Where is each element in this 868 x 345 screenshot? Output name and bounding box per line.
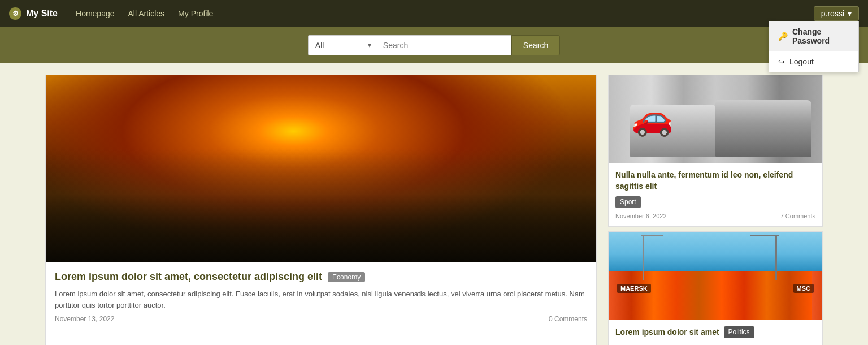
featured-date: November 13, 2022: [55, 315, 114, 323]
sidebar-card-1: Nulla nulla ante, fermentum id leo non, …: [608, 75, 823, 227]
username-label: p.rossi: [821, 9, 844, 18]
key-icon: 🔑: [778, 32, 788, 41]
sidebar-articles: Nulla nulla ante, fermentum id leo non, …: [608, 75, 823, 345]
featured-article: Lorem ipsum dolor sit amet, consectetur …: [45, 75, 597, 345]
category-select[interactable]: All Economy Sport Politics: [308, 35, 376, 55]
user-dropdown-button[interactable]: p.rossi ▾: [814, 6, 859, 21]
cars-image: [609, 75, 822, 163]
navbar: ⚙ My Site Homepage All Articles My Profi…: [0, 0, 868, 27]
search-category-wrap: All Economy Sport Politics: [308, 35, 376, 55]
sidebar-title-2: Lorem ipsum dolor sit amet Politics: [615, 326, 815, 338]
sidebar-body-2: Lorem ipsum dolor sit amet Politics: [609, 320, 822, 345]
brand-name: My Site: [26, 8, 58, 19]
featured-comments: 0 Comments: [549, 315, 587, 323]
main-content: Lorem ipsum dolor sit amet, consectetur …: [0, 63, 868, 345]
featured-tag: Economy: [328, 272, 365, 282]
featured-body: Lorem ipsum dolor sit amet, consectetur …: [46, 262, 596, 332]
logout-item[interactable]: ↪ Logout: [769, 51, 858, 72]
search-button[interactable]: Search: [511, 35, 560, 55]
nav-all-articles[interactable]: All Articles: [128, 9, 165, 18]
featured-image-inner: [46, 75, 596, 262]
user-dropdown-menu: 🔑 Change Password ↪ Logout: [769, 21, 859, 72]
sidebar-title-text-2: Lorem ipsum dolor sit amet: [615, 327, 719, 338]
sidebar-title-1: Nulla nulla ante, fermentum id leo non, …: [615, 170, 815, 208]
brand[interactable]: ⚙ My Site: [9, 7, 58, 20]
sidebar-tag-1: Sport: [615, 196, 641, 208]
logout-label: Logout: [789, 57, 814, 66]
featured-title-text: Lorem ipsum dolor sit amet, consectetur …: [55, 271, 322, 283]
sidebar-meta-1: November 6, 2022 7 Comments: [615, 213, 815, 219]
search-input[interactable]: [376, 35, 511, 55]
dropdown-arrow-icon: ▾: [848, 9, 852, 18]
sidebar-body-1: Nulla nulla ante, fermentum id leo non, …: [609, 163, 822, 226]
featured-title: Lorem ipsum dolor sit amet, consectetur …: [55, 271, 587, 283]
change-password-item[interactable]: 🔑 Change Password: [769, 21, 858, 51]
sidebar-image-1: [609, 75, 822, 163]
sidebar-comments-1: 7 Comments: [780, 213, 815, 219]
user-menu: p.rossi ▾ 🔑 Change Password ↪ Logout: [814, 6, 859, 21]
sidebar-tag-2: Politics: [724, 326, 754, 338]
nav-homepage[interactable]: Homepage: [76, 9, 115, 18]
change-password-label: Change Password: [792, 27, 849, 45]
sidebar-card-2: MAERSK MSC Lorem ipsum dolor sit amet Po…: [608, 231, 823, 345]
nav-my-profile[interactable]: My Profile: [178, 9, 213, 18]
sidebar-title-text-1: Nulla nulla ante, fermentum id leo non, …: [615, 170, 815, 192]
sidebar-image-2: MAERSK MSC: [609, 232, 822, 320]
search-bar: All Economy Sport Politics Search: [0, 27, 868, 63]
featured-image: [46, 75, 596, 262]
featured-meta: November 13, 2022 0 Comments: [55, 315, 587, 323]
nav-links: Homepage All Articles My Profile: [76, 9, 213, 18]
brand-icon: ⚙: [9, 7, 21, 20]
featured-excerpt: Lorem ipsum dolor sit amet, consectetur …: [55, 288, 587, 310]
sidebar-date-1: November 6, 2022: [615, 213, 667, 219]
logout-icon: ↪: [778, 57, 785, 66]
